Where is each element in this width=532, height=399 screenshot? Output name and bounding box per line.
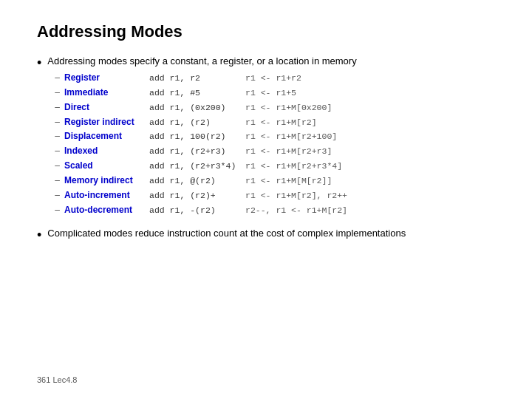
mode-instruction: add r1, (r2+r3*4) xyxy=(149,160,245,173)
mode-name: Auto-increment xyxy=(64,188,149,202)
mode-row: –Registeradd r1, r2r1 <- r1+r2 xyxy=(47,71,356,85)
mode-effect: r2--, r1 <- r1+M[r2] xyxy=(245,204,347,217)
mode-instruction: add r1, r2 xyxy=(149,72,245,85)
mode-instruction: add r1, (r2)+ xyxy=(149,189,245,202)
mode-row: –Displacementadd r1, 100(r2)r1 <- r1+M[r… xyxy=(47,129,356,143)
mode-effect: r1 <- r1+M[M[r2]] xyxy=(245,174,332,188)
mode-dash: – xyxy=(55,203,60,217)
mode-instruction: add r1, #5 xyxy=(149,86,245,100)
mode-dash: – xyxy=(55,115,60,129)
mode-name: Displacement xyxy=(64,129,149,143)
bullet-dot-2: • xyxy=(37,228,41,244)
mode-effect: r1 <- r1+M[0x200] xyxy=(245,101,332,115)
mode-name: Memory indirect xyxy=(64,174,149,188)
bullet-1-text: Addressing modes specify a constant, a r… xyxy=(47,55,356,66)
bullet-1: • Addressing modes specify a constant, a… xyxy=(37,55,495,216)
mode-name: Indexed xyxy=(64,144,149,158)
slide-title: Addressing Modes xyxy=(37,22,495,41)
mode-name: Auto-decrement xyxy=(64,203,149,217)
modes-table: –Registeradd r1, r2r1 <- r1+r2–Immediate… xyxy=(47,71,356,216)
mode-dash: – xyxy=(55,71,60,85)
footer-text: 361 Lec4.8 xyxy=(37,371,495,384)
mode-instruction: add r1, @(r2) xyxy=(149,174,245,188)
mode-dash: – xyxy=(55,144,60,158)
mode-name: Register indirect xyxy=(64,115,149,129)
mode-dash: – xyxy=(55,174,60,188)
bullet-1-content: Addressing modes specify a constant, a r… xyxy=(47,55,356,216)
mode-instruction: add r1, (r2) xyxy=(149,116,245,129)
mode-name: Direct xyxy=(64,100,149,115)
mode-row: –Scaledadd r1, (r2+r3*4)r1 <- r1+M[r2+r3… xyxy=(47,159,356,173)
mode-row: –Auto-incrementadd r1, (r2)+r1 <- r1+M[r… xyxy=(47,188,356,202)
content-area: • Addressing modes specify a constant, a… xyxy=(37,55,495,371)
mode-effect: r1 <- r1+M[r2+r3] xyxy=(245,145,332,158)
mode-row: –Register indirectadd r1, (r2)r1 <- r1+M… xyxy=(47,115,356,129)
bullet-2: • Complicated modes reduce instruction c… xyxy=(37,227,495,244)
mode-effect: r1 <- r1+M[r2] xyxy=(245,116,317,129)
bullet-2-text: Complicated modes reduce instruction cou… xyxy=(47,227,406,240)
mode-dash: – xyxy=(55,129,60,143)
mode-effect: r1 <- r1+5 xyxy=(245,86,296,100)
mode-instruction: add r1, -(r2) xyxy=(149,204,245,217)
mode-row: –Indexedadd r1, (r2+r3)r1 <- r1+M[r2+r3] xyxy=(47,144,356,158)
mode-name: Immediate xyxy=(64,86,149,100)
mode-name: Scaled xyxy=(64,159,149,173)
bullet-dot-1: • xyxy=(37,55,41,72)
mode-effect: r1 <- r1+r2 xyxy=(245,72,301,85)
mode-effect: r1 <- r1+M[r2+100] xyxy=(245,130,337,143)
mode-dash: – xyxy=(55,159,60,173)
slide: Addressing Modes • Addressing modes spec… xyxy=(0,0,532,399)
mode-row: –Auto-decrementadd r1, -(r2)r2--, r1 <- … xyxy=(47,203,356,217)
mode-effect: r1 <- r1+M[r2], r2++ xyxy=(245,189,347,202)
mode-row: –Immediateadd r1, #5r1 <- r1+5 xyxy=(47,86,356,100)
mode-instruction: add r1, 100(r2) xyxy=(149,130,245,143)
mode-dash: – xyxy=(55,100,60,115)
mode-instruction: add r1, (0x200) xyxy=(149,101,245,115)
mode-name: Register xyxy=(64,71,149,85)
mode-instruction: add r1, (r2+r3) xyxy=(149,145,245,158)
mode-dash: – xyxy=(55,188,60,202)
mode-effect: r1 <- r1+M[r2+r3*4] xyxy=(245,160,342,173)
mode-row: –Directadd r1, (0x200)r1 <- r1+M[0x200] xyxy=(47,100,356,115)
mode-row: –Memory indirectadd r1, @(r2)r1 <- r1+M[… xyxy=(47,174,356,188)
mode-dash: – xyxy=(55,86,60,100)
